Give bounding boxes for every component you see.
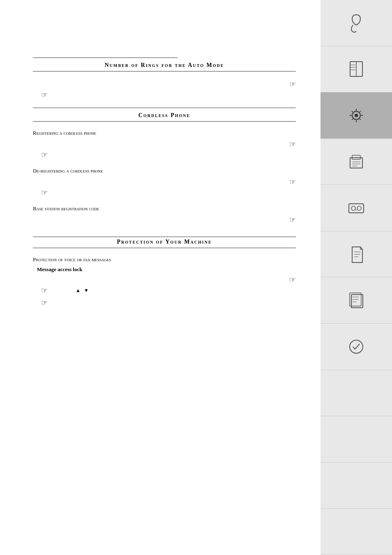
check-icon [344,334,369,359]
sidebar-book [321,46,392,93]
protection-voice-section: Protection of voice or fax messages Mess… [33,256,296,307]
base-station-title: Base station registration code [33,205,296,212]
svg-point-21 [351,206,355,210]
protection-divider [33,248,296,248]
sidebar-settings [321,92,392,139]
sidebar-tape [321,185,392,231]
tape-icon [344,196,369,220]
phone-icon [344,11,369,35]
ref-icon-3: ☞ [289,140,296,149]
rings-ref-right: ☞ [33,80,296,89]
sidebar-docs [321,277,392,324]
sidebar-blank-4 [321,509,392,555]
ref-icon-9: ☞ [41,286,48,295]
number-of-rings-title: Number of Rings for the Auto Mode [33,62,296,69]
svg-line-11 [352,111,353,112]
ref-icon-5: ☞ [289,177,296,187]
ref-icon-7: ☞ [289,215,296,224]
sidebar-paper [321,231,392,278]
cordless-phone-section: Cordless Phone [33,112,296,122]
book-icon [344,57,369,81]
ref-icon-4: ☞ [41,150,48,159]
settings-icon [344,103,369,128]
registering-section: Registering a cordless phone ☞ ☞ [33,130,296,159]
svg-point-22 [357,206,361,210]
deregistering-section: De-registering a cordless phone ☞ ☞ [33,168,296,197]
ref-icon-8: ☞ [289,275,296,284]
top-divider [33,58,178,58]
sidebar-blank-2 [321,416,392,463]
main-content: Number of Rings for the Auto Mode ☞ ☞ Co… [0,0,321,555]
ref-icon-6: ☞ [41,188,48,197]
registering-title: Registering a cordless phone [33,130,296,136]
ref-icon-2: ☞ [41,90,48,99]
registering-ref-right: ☞ [33,140,296,149]
svg-line-12 [360,119,361,120]
sidebar-blank-3 [321,463,392,509]
cordless-divider-top [33,108,296,108]
cordless-phone-title: Cordless Phone [33,112,296,119]
sidebar-fax [321,139,392,185]
svg-line-13 [360,111,361,112]
cordless-phone-divider [33,121,296,122]
sidebar-phone [321,0,392,46]
svg-point-31 [350,340,363,353]
fax-icon [344,150,369,174]
protection-title: Protection of Your Machine [33,239,296,245]
sidebar [321,0,392,555]
rings-content: ☞ ☞ [33,80,296,99]
sidebar-blank-1 [321,370,392,417]
message-access-label: Message access lock [37,266,296,273]
docs-icon [344,288,369,313]
svg-line-14 [352,119,353,120]
message-ref-bottom: ☞ [41,298,296,307]
number-of-rings-divider [33,71,296,71]
paper-icon [344,242,369,267]
rings-ref-left: ☞ [41,90,296,99]
message-ref-row: ☞ ▲ ▼ [41,286,296,295]
deregistering-ref-left: ☞ [41,188,296,197]
ref-icon-10: ☞ [41,298,48,307]
base-station-section: Base station registration code ☞ [33,205,296,224]
sidebar-check [321,324,392,370]
registering-ref-left: ☞ [41,150,296,159]
base-station-ref-right: ☞ [33,215,296,224]
message-ref-right: ☞ [33,275,296,284]
arrow-down-icon: ▼ [84,288,89,294]
protection-divider-top [33,237,296,237]
number-of-rings-section: Number of Rings for the Auto Mode [33,62,296,71]
deregistering-title: De-registering a cordless phone [33,168,296,174]
ref-icon-1: ☞ [289,80,296,89]
arrow-up-icon: ▲ [76,288,81,294]
deregistering-ref-right: ☞ [33,177,296,187]
svg-point-6 [355,114,358,117]
protection-voice-title: Protection of voice or fax messages [33,256,296,263]
protection-section: Protection of Your Machine [33,239,296,248]
